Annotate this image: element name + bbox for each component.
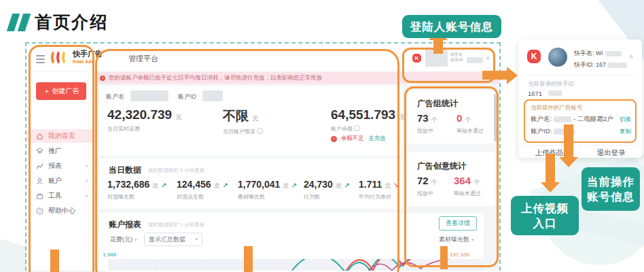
stat-unit: 个: [465, 116, 471, 123]
trend-up-icon: ↗: [222, 182, 228, 189]
current-ad-account-box: 当前操作的广告账号 账户名: - 二电眼霜2户 切换 账户ID: 复制: [524, 99, 637, 143]
trend-up-icon: ↗: [291, 182, 297, 189]
dashboard: 快手广告 Kwai Ads 管理平台 K 快手名: 快手ID: ∨ ! 您的该账…: [26, 44, 499, 271]
account-summary-card: 账户名 账户ID 42,320.739 元 当日实时花费 不限 元 当日账户预算…: [99, 86, 402, 156]
layers-icon: [36, 148, 43, 155]
account-id-label: 账户ID: [178, 92, 196, 101]
metric-select[interactable]: 花费(元) ▾: [110, 235, 137, 244]
popup-kwai-id: 快手ID: 167: [574, 61, 606, 69]
group-stat-1: 73 个 投放中: [417, 112, 437, 135]
today-metric-5: 1.711 元 ↘ 平均行为单价: [359, 179, 399, 201]
brand-name: 快手广告: [73, 49, 103, 59]
sidebar-item-home[interactable]: 我的首页: [26, 129, 95, 143]
ad-creative-stats-card: 广告创意统计 72 个 投放中 364 个 审核未通过: [408, 152, 495, 206]
dropdown-caret-icon: ▾: [135, 237, 137, 243]
recharge-link[interactable]: 去充值: [368, 135, 386, 143]
sidebar-item-reports[interactable]: 报表 ∨: [26, 159, 95, 173]
annotation-text: 登陆人账号信息: [410, 19, 494, 34]
chevron-down-icon[interactable]: ∨: [85, 193, 88, 199]
sidebar-item-account[interactable]: 账户 ∨: [26, 174, 95, 188]
sidebar-item-label: 帮助中心: [48, 206, 75, 216]
arrow-right-shaft: [482, 71, 507, 80]
info-icon[interactable]: i: [354, 125, 360, 131]
metric-unit: 元: [384, 182, 391, 189]
metric-unit: 次: [336, 182, 342, 189]
metric-value: 1,770,041: [238, 179, 280, 190]
view-details-button[interactable]: 查看详情: [439, 216, 477, 231]
arrow-down-to-upload-label: [541, 182, 560, 192]
report-subtitle: 实时数据延时 1 分钟更新: [148, 222, 204, 228]
dashboard-header: 快手广告 Kwai Ads 管理平台 K 快手名: 快手ID: ∨: [26, 44, 499, 72]
chevron-down-icon[interactable]: ∨: [486, 54, 490, 61]
metric-unit: 次: [283, 182, 289, 189]
user-id-blurred: [467, 57, 483, 63]
balance-metric: 64,551.793 元 账户余额 i ! 余额不足 去充值: [331, 107, 405, 143]
spend-value: 42,320.739: [107, 107, 172, 122]
tab-platform[interactable]: 管理平台: [128, 54, 158, 64]
svg-text:?: ?: [39, 208, 41, 213]
scrollbar[interactable]: [494, 94, 497, 141]
balance-warning-icon: !: [331, 136, 337, 142]
copy-id-link[interactable]: 复制: [620, 128, 631, 136]
login-id-label: 当前登录的快手ID: [528, 80, 574, 88]
stat-label: 投放中: [417, 127, 437, 135]
info-icon[interactable]: i: [257, 128, 263, 134]
switch-account-link[interactable]: 切换: [620, 116, 631, 124]
metric-label: 封面点击数: [177, 193, 228, 201]
annotation-login-info: 登陆人账号信息: [402, 15, 501, 38]
balance-value: 64,551.793: [331, 107, 395, 122]
today-metric-4: 24,730 次 ↗ 行为数: [304, 179, 350, 201]
stat-value: 73: [417, 112, 429, 124]
report-title: 账户报表: [109, 219, 141, 231]
metric-label: 行为数: [304, 193, 350, 201]
sidebar-item-promotion[interactable]: 推广: [26, 144, 95, 158]
logout-button[interactable]: 退出登录: [580, 148, 642, 158]
id-blurred: [608, 63, 627, 68]
page-title-block: 首页介绍: [10, 11, 108, 33]
metric-label: 素材曝光数: [238, 193, 297, 201]
hamburger-menu-icon[interactable]: [36, 55, 45, 65]
chevron-down-icon[interactable]: ∨: [85, 163, 88, 169]
ad-group-stats-card: 广告组统计 73 个 投放中 0 个 审核未通过: [408, 90, 495, 143]
right-metric-select[interactable]: 素材曝光数 ▾: [439, 235, 474, 244]
left-axis-tick: 1,948: [103, 252, 116, 258]
sidebar: ＋ 创建广告 我的首页 推广 报表 ∨ 账户 ∨ 工具: [26, 72, 95, 271]
home-icon: [36, 133, 43, 140]
dropdown-caret-icon: ▾: [471, 237, 474, 243]
chevron-down-icon[interactable]: ∨: [85, 178, 88, 184]
brand-block: 快手广告 Kwai Ads: [73, 49, 103, 64]
budget-unit: 元: [252, 115, 258, 122]
kwai-logo-icon: [51, 50, 70, 66]
arrow-down-account-shaft: [564, 124, 573, 158]
summary-select-label: 显示汇总数据: [149, 235, 185, 244]
sidebar-item-help[interactable]: ? 帮助中心: [26, 204, 95, 218]
sidebar-item-label: 我的首页: [48, 131, 75, 141]
login-id-value: 1671: [528, 90, 542, 97]
kwai-logo-icon: K: [527, 50, 541, 63]
metric-value: 124,456: [177, 179, 211, 190]
dropdown-caret-icon: ▾: [195, 237, 198, 242]
trend-up-icon: ↗: [161, 182, 166, 189]
metric-value: 24,730: [304, 179, 333, 190]
sidebar-item-tools[interactable]: 工具 ∨: [26, 189, 95, 203]
right-axis-tick: 197,106: [450, 252, 469, 258]
annotation-upload-entry: 上传视频 入口: [511, 196, 579, 235]
arrow-up-shaft: [433, 39, 443, 54]
metric-unit: 次: [214, 182, 220, 189]
chevron-up-icon[interactable]: ∧: [629, 53, 634, 60]
stat-unit: 个: [431, 116, 437, 123]
create-ad-button[interactable]: ＋ 创建广告: [36, 82, 86, 100]
group-stats-title: 广告组统计: [417, 98, 458, 109]
bottom-arrow-right-panel: [440, 246, 448, 269]
annotation-text: 入口: [533, 216, 557, 231]
sidebar-item-label: 账户: [48, 176, 62, 186]
spend-metric: 42,320.739 元 当日实时花费: [107, 107, 181, 133]
popup-account-name-value: - 二电眼霜2户: [573, 115, 613, 124]
creative-stat-1: 72 个 投放中: [417, 175, 437, 197]
group-stat-2: 0 个 审核未通过: [457, 112, 484, 135]
balance-unit: 元: [399, 114, 405, 120]
stat-label: 审核未通过: [457, 127, 484, 135]
summary-select[interactable]: 显示汇总数据 ▾: [144, 233, 202, 246]
help-icon: ?: [36, 207, 43, 215]
spend-unit: 元: [175, 114, 181, 120]
